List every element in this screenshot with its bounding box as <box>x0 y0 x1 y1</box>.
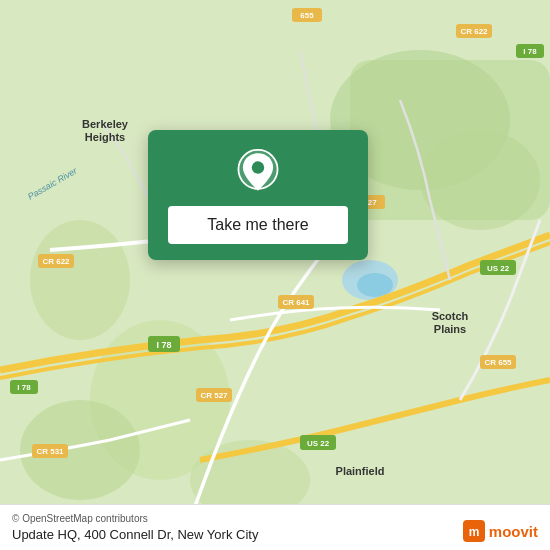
svg-text:Scotch: Scotch <box>432 310 469 322</box>
svg-text:655: 655 <box>300 11 314 20</box>
address-text: Update HQ, 400 Connell Dr, New York City <box>12 527 538 542</box>
svg-text:US 22: US 22 <box>487 264 510 273</box>
svg-point-9 <box>357 273 393 297</box>
svg-text:CR 622: CR 622 <box>42 257 70 266</box>
svg-text:Plainfield: Plainfield <box>336 465 385 477</box>
svg-text:US 22: US 22 <box>307 439 330 448</box>
svg-text:Heights: Heights <box>85 131 125 143</box>
map-background: I 78 US 22 US 22 CR 622 CR 622 CR 527 52… <box>0 0 550 550</box>
moovit-brand-icon: m <box>463 520 485 542</box>
svg-text:Berkeley: Berkeley <box>82 118 129 130</box>
svg-text:CR 622: CR 622 <box>460 27 488 36</box>
moovit-brand-text: moovit <box>489 523 538 540</box>
svg-text:I 78: I 78 <box>523 47 537 56</box>
svg-point-45 <box>252 161 264 173</box>
svg-text:CR 531: CR 531 <box>36 447 64 456</box>
svg-text:CR 655: CR 655 <box>484 358 512 367</box>
svg-text:CR 527: CR 527 <box>200 391 228 400</box>
attribution-text: © OpenStreetMap contributors <box>12 513 538 524</box>
take-me-there-button[interactable]: Take me there <box>168 206 348 244</box>
svg-text:I 78: I 78 <box>156 340 171 350</box>
moovit-logo: m moovit <box>463 520 538 542</box>
svg-text:I 78: I 78 <box>17 383 31 392</box>
location-pin-icon <box>234 148 282 196</box>
map-container: I 78 US 22 US 22 CR 622 CR 622 CR 527 52… <box>0 0 550 550</box>
svg-text:m: m <box>468 525 479 539</box>
location-card: Take me there <box>148 130 368 260</box>
svg-text:Plains: Plains <box>434 323 466 335</box>
svg-point-4 <box>30 220 130 340</box>
svg-text:CR 641: CR 641 <box>282 298 310 307</box>
bottom-bar: © OpenStreetMap contributors Update HQ, … <box>0 504 550 550</box>
